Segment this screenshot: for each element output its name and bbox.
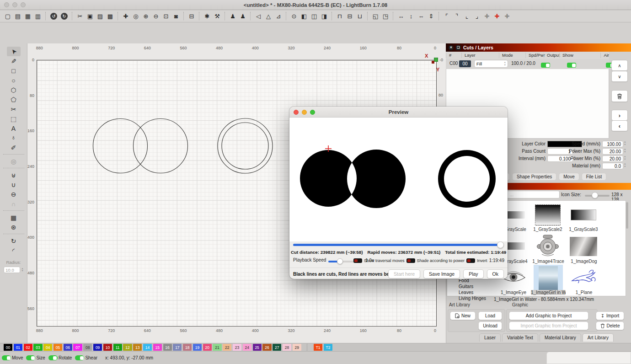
palette-swatch[interactable]: 05 (53, 344, 62, 351)
minimize-window-icon[interactable] (12, 2, 17, 7)
thumb-grayscale3[interactable] (571, 209, 596, 220)
settings-gear-icon[interactable]: ✱ (202, 11, 212, 21)
panel-next-button[interactable]: › (611, 110, 628, 121)
minimize-icon[interactable] (302, 110, 307, 115)
zoom-out-icon[interactable]: ⊖ (151, 11, 161, 21)
palette-swatch[interactable]: 07 (73, 344, 82, 351)
ungroup-icon[interactable]: ◳ (380, 11, 390, 21)
popout-panel-icon[interactable]: ❏ (456, 45, 461, 50)
cut-icon[interactable]: ✂ (75, 11, 85, 21)
thumb-plane-sketch[interactable] (570, 268, 598, 286)
thumb-label[interactable]: 1_GrayScale3 (568, 227, 599, 232)
text-tool[interactable]: A (7, 123, 21, 133)
layer-row[interactable]: C00 00 Fill˄˅ 100.0 / 20.0 (446, 59, 609, 70)
mirror-icon[interactable]: ⊿ (273, 11, 283, 21)
palette-swatch[interactable]: 19 (193, 344, 202, 351)
palette-swatch[interactable]: 12 (123, 344, 132, 351)
move-corner-tl-icon[interactable]: ⌜ (442, 11, 452, 21)
palette-swatch[interactable]: 21 (213, 344, 221, 351)
move-to-center-icon[interactable]: ✚ (482, 11, 492, 21)
palette-swatch[interactable]: 09 (93, 344, 102, 351)
dock-tab[interactable]: Move (559, 173, 579, 181)
jog-position-icon[interactable]: ✚ (502, 11, 512, 21)
distribute-v-icon[interactable]: ↕ (406, 11, 416, 21)
speed-field[interactable]: 100.00 (602, 141, 623, 147)
power-min-field[interactable]: 20.00 (602, 155, 623, 162)
align-left-icon[interactable]: ◧ (299, 11, 309, 21)
thumb-label[interactable]: 1_Plane (571, 290, 597, 295)
panel-tab[interactable]: Variable Text (502, 333, 538, 342)
palette-swatch[interactable]: 22 (223, 344, 231, 351)
load-library-button[interactable]: Load (478, 311, 502, 320)
palette-swatch[interactable]: 11 (113, 344, 122, 351)
trim-tool[interactable]: ✂ (7, 104, 21, 114)
preview-titlebar[interactable]: Preview (289, 107, 508, 118)
delete-icon[interactable]: ▩ (105, 11, 115, 21)
align-bottom-icon[interactable]: ⊔ (355, 11, 365, 21)
redo-icon[interactable]: ↻ (61, 13, 68, 20)
dock-tab[interactable]: File List (582, 173, 606, 181)
palette-swatch[interactable]: 14 (143, 344, 152, 351)
flip-horizontal-icon[interactable]: ◁ (253, 11, 263, 21)
group-icon[interactable]: ◱ (370, 11, 380, 21)
move-corner-tr-icon[interactable]: ⌝ (452, 11, 462, 21)
delete-button[interactable]: Delete (596, 321, 624, 330)
palette-swatch[interactable]: 00 (4, 344, 12, 351)
paste-icon[interactable]: ▨ (95, 11, 105, 21)
measure-tool[interactable]: ✐ (7, 143, 21, 152)
panel-prev-button[interactable]: ‹ (611, 120, 628, 131)
palette-swatch[interactable]: 04 (43, 344, 52, 351)
panel-tab[interactable]: Laser (479, 333, 501, 342)
align-middle-icon[interactable]: ⊟ (345, 11, 355, 21)
close-icon[interactable] (294, 110, 299, 115)
layer-move-down-button[interactable]: ∨ (611, 71, 628, 82)
flip-vertical-icon[interactable]: △ (263, 11, 273, 21)
material-stepper[interactable]: ˄˅ (624, 163, 626, 167)
folder-item[interactable]: Guitars (459, 284, 486, 289)
thumb-grayscale2[interactable] (535, 204, 561, 225)
status-toggle[interactable]: Rotate (48, 355, 72, 360)
palette-swatch[interactable]: 29 (293, 344, 301, 351)
boolean-union-tool[interactable]: ∪ (7, 180, 21, 189)
thumb-dog-photo[interactable] (570, 237, 597, 256)
laser-position-icon[interactable]: ✚ (492, 11, 502, 21)
layer-delete-button[interactable] (611, 90, 628, 102)
status-toggle[interactable]: Shear (75, 355, 97, 360)
palette-swatch[interactable]: 18 (183, 344, 192, 351)
unload-library-button[interactable]: Unload (478, 321, 502, 330)
circular-array-tool[interactable]: ⊛ (7, 222, 21, 232)
save-icon[interactable]: ▦ (23, 11, 33, 21)
progress-knob[interactable] (497, 241, 504, 248)
boolean-subtract-tool[interactable]: ⊖ (7, 189, 21, 199)
panel-tab[interactable]: Art Library (583, 333, 614, 342)
play-button[interactable]: Play (463, 269, 483, 278)
align-right-icon[interactable]: ◨ (319, 11, 329, 21)
weld-shapes-tool[interactable]: ⊎ (7, 170, 21, 180)
open-file-icon[interactable]: ▤ (13, 11, 23, 21)
layer-mode-combo[interactable]: Fill˄˅ (474, 60, 508, 68)
print-origin-icon[interactable]: ⊙ (289, 11, 299, 21)
palette-swatch[interactable]: 03 (33, 344, 42, 351)
palette-swatch[interactable]: 27 (273, 344, 281, 351)
palette-swatch[interactable]: 15 (153, 344, 162, 351)
thumb-label[interactable]: 1_GrayScale2 (532, 227, 563, 232)
new-library-button[interactable]: New (450, 311, 476, 320)
layer-move-up-button[interactable]: ∧ (611, 60, 628, 71)
radius-corner-tool[interactable]: ◜ (7, 246, 21, 255)
rectangle-tool[interactable]: □ (7, 66, 21, 75)
add-graphic-button[interactable]: Add Graphic to Project (509, 311, 588, 320)
palette-swatch[interactable]: 17 (173, 344, 182, 351)
frame-selection-icon[interactable]: ⊡ (161, 11, 171, 21)
export-icon[interactable]: ▥ (33, 11, 43, 21)
multi-user-icon[interactable]: ♟ (228, 11, 238, 21)
align-center-icon[interactable]: ◫ (309, 11, 319, 21)
offset-shapes-tool[interactable]: ◎ (7, 156, 21, 166)
close-panel-icon[interactable]: ✕ (449, 45, 454, 50)
preview-canvas[interactable] (289, 118, 508, 241)
select-tool[interactable]: ➤ (7, 47, 21, 56)
palette-swatch[interactable]: 02 (24, 344, 32, 351)
ellipse-tool[interactable]: ○ (7, 75, 21, 85)
folder-item[interactable]: Leaves (459, 290, 486, 295)
panel-tab[interactable]: Material Library (540, 333, 581, 342)
thumb-label-selected[interactable]: 1_ImageGirl in W... (531, 290, 566, 295)
